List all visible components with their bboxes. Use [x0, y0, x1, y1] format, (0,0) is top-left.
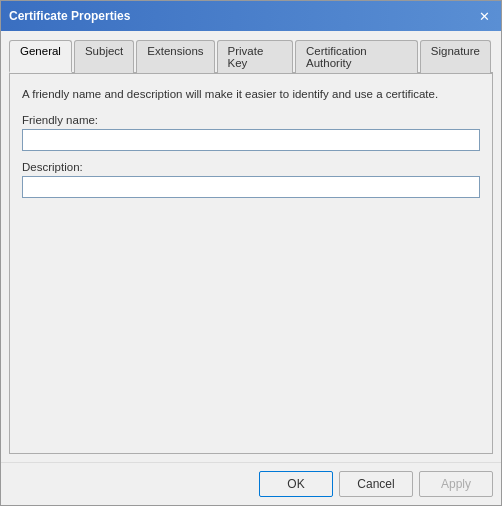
tab-general[interactable]: General: [9, 40, 72, 73]
content-spacer: [22, 208, 480, 441]
tab-certification-authority[interactable]: Certification Authority: [295, 40, 418, 73]
cancel-button[interactable]: Cancel: [339, 471, 413, 497]
friendly-name-label: Friendly name:: [22, 114, 480, 126]
description-label: Description:: [22, 161, 480, 173]
title-bar-controls: ✕: [475, 7, 493, 25]
button-bar: OK Cancel Apply: [1, 462, 501, 505]
tab-subject[interactable]: Subject: [74, 40, 134, 73]
tab-description: A friendly name and description will mak…: [22, 86, 480, 102]
apply-button[interactable]: Apply: [419, 471, 493, 497]
close-button[interactable]: ✕: [475, 7, 493, 25]
description-input[interactable]: [22, 176, 480, 198]
title-bar: Certificate Properties ✕: [1, 1, 501, 31]
friendly-name-input[interactable]: [22, 129, 480, 151]
ok-button[interactable]: OK: [259, 471, 333, 497]
dialog-title: Certificate Properties: [9, 9, 130, 23]
tab-content-general: A friendly name and description will mak…: [9, 74, 493, 454]
dialog-body: General Subject Extensions Private Key C…: [1, 31, 501, 462]
certificate-properties-dialog: Certificate Properties ✕ General Subject…: [0, 0, 502, 506]
tab-signature[interactable]: Signature: [420, 40, 491, 73]
tab-private-key[interactable]: Private Key: [217, 40, 294, 73]
tab-extensions[interactable]: Extensions: [136, 40, 214, 73]
tab-bar: General Subject Extensions Private Key C…: [9, 39, 493, 74]
